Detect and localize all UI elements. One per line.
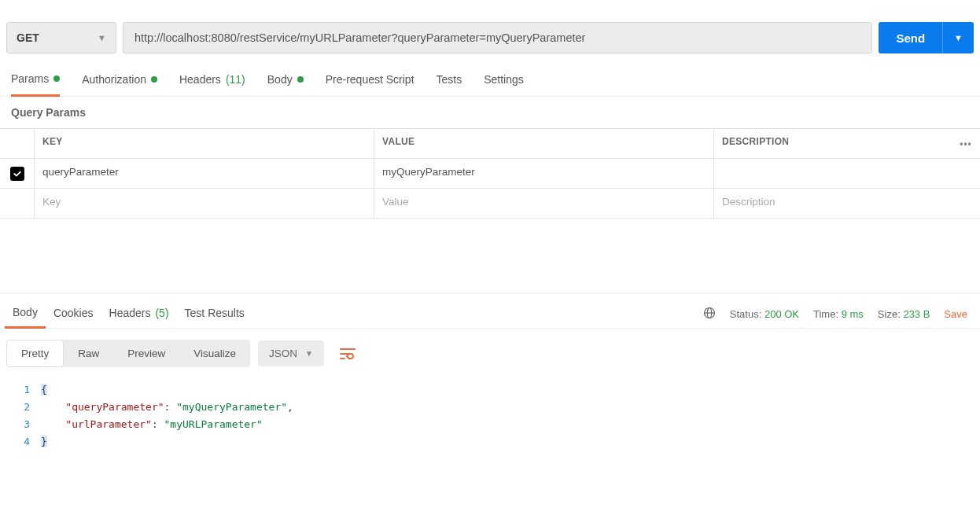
view-pretty-button[interactable]: Pretty	[6, 340, 64, 367]
param-value-input[interactable]	[382, 196, 706, 208]
tab-label: Params	[11, 72, 49, 85]
time: Time: 9 ms	[813, 308, 864, 320]
time-value: 9 ms	[842, 308, 864, 320]
tab-settings[interactable]: Settings	[484, 68, 524, 95]
response-meta: Status: 200 OK Time: 9 ms Size: 233 B Sa…	[703, 307, 975, 322]
param-key-input[interactable]	[42, 196, 366, 208]
code-line: 3 "urlParameter": "myURLParameter"	[0, 416, 980, 433]
table-options-button[interactable]: •••	[952, 129, 980, 158]
request-tabs: Params Authorization Headers (11) Body P…	[0, 60, 980, 97]
status-dot-icon	[151, 76, 157, 83]
row-checkbox[interactable]	[10, 167, 24, 181]
tab-label: Settings	[484, 73, 524, 86]
time-label: Time:	[813, 308, 838, 320]
view-visualize-button[interactable]: Visualize	[179, 340, 250, 366]
response-tab-cookies[interactable]: Cookies	[46, 300, 101, 327]
wrap-lines-button[interactable]	[332, 343, 363, 365]
tab-label: Body	[267, 73, 293, 86]
response-tabs: Body Cookies Headers (5) Test Results St…	[0, 292, 980, 329]
tab-label: Headers	[179, 73, 221, 86]
globe-icon[interactable]	[703, 307, 716, 322]
request-bar: GET ▼ Send ▼	[0, 0, 980, 60]
tab-headers[interactable]: Headers (11)	[179, 68, 245, 95]
line-number: 1	[0, 381, 41, 399]
line-content: }	[41, 433, 47, 451]
chevron-down-icon: ▼	[305, 349, 313, 358]
status-dot-icon	[297, 76, 304, 83]
tab-label: Cookies	[53, 307, 94, 319]
response-body-code[interactable]: 1{2 "queryParameter": "myQueryParameter"…	[0, 378, 980, 451]
status: Status: 200 OK	[730, 308, 799, 320]
url-input[interactable]	[123, 22, 872, 53]
status-value: 200 OK	[764, 308, 799, 320]
format-label: JSON	[269, 348, 297, 359]
size: Size: 233 B	[878, 308, 930, 320]
view-mode-segment: Pretty Raw Preview Visualize	[6, 340, 250, 367]
size-value: 233 B	[903, 308, 930, 320]
line-number: 3	[0, 416, 41, 433]
code-line: 1{	[0, 381, 980, 399]
response-tab-test-results[interactable]: Test Results	[177, 300, 252, 327]
method-select[interactable]: GET ▼	[6, 22, 116, 53]
format-select[interactable]: JSON ▼	[258, 340, 324, 366]
send-label: Send	[879, 31, 942, 45]
tab-body[interactable]: Body	[267, 68, 304, 95]
code-line: 4}	[0, 433, 980, 451]
chevron-down-icon: ▼	[98, 33, 106, 42]
tab-params[interactable]: Params	[11, 68, 60, 97]
table-header-row: KEY VALUE DESCRIPTION •••	[0, 129, 980, 159]
tab-label: Body	[13, 306, 38, 318]
view-toolbar: Pretty Raw Preview Visualize JSON ▼	[0, 329, 980, 378]
blank	[0, 129, 35, 158]
response-panel: Body Cookies Headers (5) Test Results St…	[0, 292, 980, 451]
tab-label: Test Results	[185, 307, 245, 319]
line-content: "urlParameter": "myURLParameter"	[41, 416, 263, 433]
param-desc-input[interactable]	[722, 196, 972, 208]
wrap-icon	[340, 348, 356, 360]
response-tab-headers[interactable]: Headers (5)	[101, 300, 177, 327]
table-row-empty	[0, 189, 980, 219]
tab-label: Headers	[109, 307, 151, 319]
view-preview-button[interactable]: Preview	[113, 340, 179, 366]
status-label: Status:	[730, 308, 761, 320]
response-tab-body[interactable]: Body	[5, 300, 46, 329]
tab-label: Authorization	[82, 73, 146, 86]
tab-label: Tests	[437, 73, 462, 86]
send-dropdown[interactable]: ▼	[943, 33, 974, 42]
table-row	[0, 159, 980, 189]
tab-count: (5)	[155, 307, 168, 319]
col-header-value: VALUE	[374, 129, 714, 158]
param-key-input[interactable]	[42, 166, 366, 178]
section-title: Query Params	[0, 97, 980, 128]
query-params-table: KEY VALUE DESCRIPTION •••	[0, 128, 980, 219]
save-response-button[interactable]: Save	[944, 308, 967, 320]
col-header-desc: DESCRIPTION	[714, 129, 952, 158]
blank	[0, 189, 35, 218]
code-line: 2 "queryParameter": "myQueryParameter",	[0, 399, 980, 416]
tab-authorization[interactable]: Authorization	[82, 68, 157, 95]
param-desc-input[interactable]	[722, 166, 972, 178]
line-number: 4	[0, 433, 41, 451]
line-number: 2	[0, 399, 41, 416]
check-icon	[13, 169, 22, 178]
line-content: "queryParameter": "myQueryParameter",	[41, 399, 293, 416]
tab-count: (11)	[226, 73, 245, 86]
status-dot-icon	[53, 75, 60, 82]
tab-prerequest-script[interactable]: Pre-request Script	[326, 68, 414, 95]
param-value-input[interactable]	[382, 166, 706, 178]
method-label: GET	[17, 31, 39, 44]
tab-tests[interactable]: Tests	[437, 68, 462, 95]
size-label: Size:	[878, 308, 901, 320]
chevron-down-icon: ▼	[954, 33, 963, 42]
view-raw-button[interactable]: Raw	[64, 340, 113, 366]
tab-label: Pre-request Script	[326, 73, 414, 86]
line-content: {	[41, 381, 47, 399]
send-button[interactable]: Send ▼	[879, 22, 974, 53]
col-header-key: KEY	[35, 129, 374, 158]
